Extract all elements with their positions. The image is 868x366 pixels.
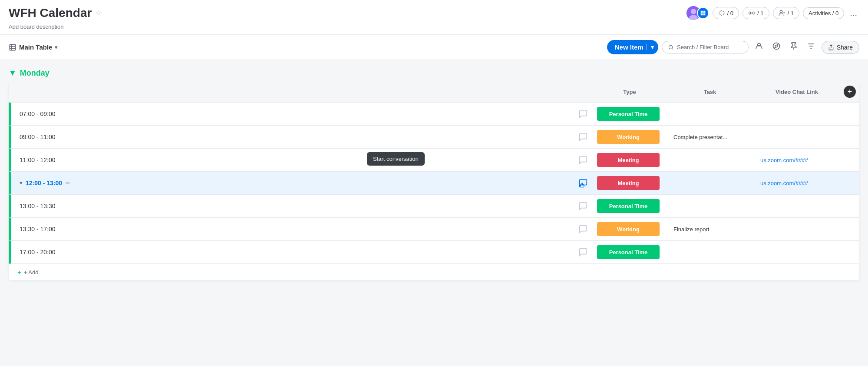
chat-bubble-icon <box>578 155 588 165</box>
table-dropdown-icon[interactable]: ▾ <box>55 44 57 50</box>
video-cell <box>753 225 840 233</box>
person-icon <box>755 42 763 50</box>
table: Type Task Video Chat Link + 07:00 - 09:0… <box>9 81 859 280</box>
avatar-group[interactable] <box>686 5 709 21</box>
comment-icon[interactable] <box>576 107 590 121</box>
type-badge: Working <box>597 130 660 144</box>
table-header: Type Task Video Chat Link + <box>9 81 859 103</box>
time-label: 11:00 - 12:00 <box>20 156 56 163</box>
invite-icon <box>779 10 785 17</box>
comment-icon-hovered[interactable] <box>576 176 590 190</box>
toolbar-left: Main Table ▾ <box>9 43 57 51</box>
video-cell[interactable]: us.zoom.com/#### <box>753 176 840 191</box>
row-time: 13:30 - 17:00 <box>11 220 576 238</box>
main-content: ▼ Monday Type Task Video Chat Link + 07:… <box>0 60 868 298</box>
svg-rect-5 <box>700 13 703 16</box>
svg-point-14 <box>669 45 672 49</box>
share-button[interactable]: Share <box>822 41 859 54</box>
activities-pill[interactable]: Activities / 0 <box>803 7 844 19</box>
person-filter-button[interactable] <box>752 39 766 55</box>
video-cell[interactable]: us.zoom.com/#### <box>753 153 840 168</box>
group-collapse-icon[interactable]: ▼ <box>9 69 17 78</box>
svg-rect-10 <box>10 44 16 50</box>
add-column-button[interactable]: + <box>844 86 856 98</box>
group-title: Monday <box>20 69 50 78</box>
comment-icon[interactable] <box>576 245 590 259</box>
time-label: 07:00 - 09:00 <box>20 110 56 117</box>
share-label: Share <box>837 44 853 51</box>
compass-icon <box>772 42 781 50</box>
svg-line-15 <box>672 48 673 49</box>
table-row-active: ▾ 12:00 - 13:00 ✏ Meeting <box>9 172 859 195</box>
svg-marker-18 <box>775 44 778 47</box>
chat-bubble-icon <box>578 224 588 234</box>
table-row: 13:00 - 13:30 Personal Time <box>9 195 859 218</box>
task-cell <box>667 156 753 164</box>
row-time: 09:00 - 11:00 <box>11 128 576 146</box>
add-label: + Add <box>24 269 39 276</box>
svg-point-17 <box>773 43 779 50</box>
table-name-selector[interactable]: Main Table ▾ <box>9 43 57 51</box>
avatar-icon <box>700 10 706 17</box>
svg-rect-8 <box>753 12 754 14</box>
chevron-left-icon: ▾ <box>20 180 22 186</box>
board-description[interactable]: Add board description <box>9 23 859 34</box>
table-name-label: Main Table <box>19 43 52 51</box>
invite-label: / 1 <box>788 10 794 17</box>
board-title: WFH Calendar <box>9 6 92 20</box>
toolbar: Main Table ▾ New Item ▾ Sh <box>0 35 868 60</box>
comment-icon[interactable] <box>576 130 590 144</box>
add-item-row[interactable]: + + Add <box>9 264 859 280</box>
integrations-pill[interactable]: / 1 <box>743 7 769 19</box>
row-time: 13:00 - 13:30 <box>11 197 576 215</box>
task-cell <box>667 202 753 210</box>
col-header-video: Video Chat Link <box>753 84 840 100</box>
col-header-item <box>9 87 579 96</box>
add-cell <box>840 133 859 141</box>
more-button[interactable]: ... <box>848 6 859 20</box>
invite-pill[interactable]: / 1 <box>773 7 799 19</box>
group-monday: ▼ Monday Type Task Video Chat Link + 07:… <box>9 69 859 280</box>
search-icon <box>668 44 673 50</box>
pin-button[interactable] <box>787 39 801 55</box>
pin-icon <box>789 42 798 50</box>
group-header: ▼ Monday <box>9 69 859 78</box>
type-badge: Personal Time <box>597 107 660 121</box>
task-cell <box>667 248 753 256</box>
search-input[interactable] <box>677 44 742 50</box>
time-label: 13:00 - 13:30 <box>20 203 56 210</box>
time-label: 09:00 - 11:00 <box>20 133 56 140</box>
add-cell <box>840 248 859 256</box>
svg-rect-3 <box>700 11 703 13</box>
integrations-icon <box>748 10 755 17</box>
chat-bubble-icon <box>578 109 588 119</box>
comment-icon[interactable] <box>576 222 590 236</box>
time-label: 13:30 - 17:00 <box>20 226 56 233</box>
video-cell <box>753 133 840 141</box>
comment-icon[interactable] <box>576 153 590 167</box>
avatar-overlay[interactable] <box>697 7 709 19</box>
add-cell <box>840 225 859 233</box>
new-item-dropdown-arrow[interactable]: ▾ <box>646 44 658 50</box>
edit-icon[interactable]: ✏ <box>66 180 70 186</box>
table-row: 09:00 - 11:00 Working Complete presentat… <box>9 126 859 149</box>
table-row: 17:00 - 20:00 Personal Time <box>9 241 859 264</box>
search-box[interactable] <box>662 41 749 53</box>
automations-icon <box>718 10 725 17</box>
chat-bubble-icon <box>578 247 588 257</box>
video-cell <box>753 202 840 210</box>
comment-icon[interactable] <box>576 199 590 213</box>
row-time: 07:00 - 09:00 <box>11 105 576 123</box>
cursor-hand-icon <box>578 182 587 190</box>
task-cell: Finalize report <box>667 222 753 237</box>
filter-button[interactable] <box>804 39 818 55</box>
automations-pill[interactable]: / 0 <box>713 7 739 19</box>
title-area: WFH Calendar ☆ <box>9 6 102 20</box>
new-item-button[interactable]: New Item ▾ <box>607 40 658 54</box>
compass-button[interactable] <box>769 39 783 55</box>
star-icon[interactable]: ☆ <box>95 8 102 18</box>
add-cell <box>840 110 859 118</box>
col-header-type: Type <box>593 84 667 100</box>
start-conversation-tooltip: Start conversation <box>367 152 425 166</box>
table-icon <box>9 43 17 51</box>
